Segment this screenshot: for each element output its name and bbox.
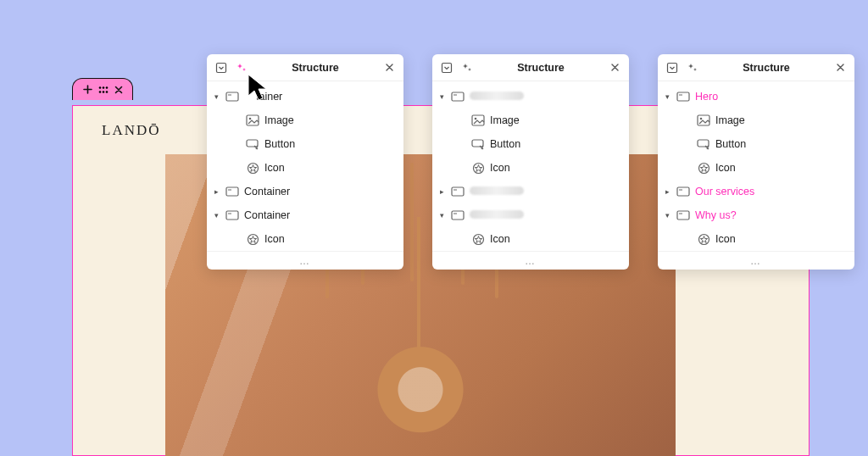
svg-rect-40 xyxy=(679,213,682,214)
chevron-down-icon[interactable]: ▾ xyxy=(212,211,220,220)
tree-row-label: tainer xyxy=(244,91,395,103)
tree-row-label xyxy=(470,91,620,103)
chevron-down-icon[interactable]: ▾ xyxy=(437,211,446,220)
tree-row[interactable]: ▾Container xyxy=(207,203,403,227)
plus-icon[interactable] xyxy=(83,85,92,94)
tree-row-label: Icon xyxy=(715,162,846,174)
container-icon xyxy=(451,209,465,222)
sparkle-icon[interactable] xyxy=(234,60,249,75)
chevron-down-icon[interactable]: ▾ xyxy=(663,92,671,101)
close-icon[interactable] xyxy=(381,60,397,75)
tree-row[interactable]: Icon xyxy=(432,227,629,251)
image-icon xyxy=(246,114,259,127)
container-icon xyxy=(225,185,239,198)
panel-footer-more[interactable]: … xyxy=(207,251,403,270)
structure-tree: ▾ImageButtonIcon▸▾Icon xyxy=(432,81,629,251)
tree-row[interactable]: ▾tainer xyxy=(207,85,403,108)
structure-tree: ▾HeroImageButtonIcon▸Our services▾Why us… xyxy=(658,81,854,251)
svg-rect-37 xyxy=(677,187,689,196)
tree-row-label xyxy=(470,186,620,197)
chevron-right-icon[interactable]: ▸ xyxy=(437,187,446,196)
tree-row[interactable]: ▾Why us? xyxy=(658,203,854,227)
container-icon xyxy=(225,209,239,222)
chevron-down-icon[interactable]: ▾ xyxy=(663,211,671,220)
tree-row[interactable]: Icon xyxy=(207,156,403,180)
icon-icon xyxy=(697,161,710,175)
tree-row[interactable]: Icon xyxy=(658,227,854,251)
tree-row[interactable]: Button xyxy=(432,132,629,156)
tree-row-label: Our services xyxy=(695,186,846,197)
tree-row-label: Image xyxy=(715,114,846,126)
tree-row[interactable]: ▾ xyxy=(432,85,629,108)
panel-menu-icon[interactable] xyxy=(214,60,229,75)
panel-footer-more[interactable]: … xyxy=(658,251,854,270)
chevron-right-icon[interactable]: ▸ xyxy=(212,187,220,196)
container-icon xyxy=(676,90,690,103)
sparkle-icon[interactable] xyxy=(685,60,700,75)
svg-point-4 xyxy=(102,91,104,93)
sparkle-icon[interactable] xyxy=(459,60,475,75)
chevron-down-icon[interactable]: ▾ xyxy=(437,92,446,101)
tree-row-label: Button xyxy=(490,138,620,150)
svg-rect-39 xyxy=(677,211,689,220)
tree-row[interactable]: Image xyxy=(207,108,403,132)
tree-row-label: Container xyxy=(244,186,395,197)
tree-row-label: Icon xyxy=(490,162,620,174)
tree-row[interactable]: Icon xyxy=(658,156,854,180)
button-icon xyxy=(471,137,485,151)
tree-row[interactable]: Button xyxy=(207,132,403,156)
panel-footer-more[interactable]: … xyxy=(432,251,629,270)
svg-point-34 xyxy=(700,118,703,120)
image-icon xyxy=(697,114,710,127)
chevron-down-icon[interactable]: ▾ xyxy=(212,92,220,101)
tree-row-label: Button xyxy=(715,138,846,150)
icon-icon xyxy=(697,232,710,246)
tree-row[interactable]: Image xyxy=(432,108,629,132)
tree-row-label: Image xyxy=(490,114,620,126)
panel-menu-icon[interactable] xyxy=(439,60,454,75)
tree-row[interactable]: Icon xyxy=(432,156,629,180)
container-icon xyxy=(225,90,239,103)
chevron-right-icon[interactable]: ▸ xyxy=(663,187,671,196)
icon-icon xyxy=(471,232,485,246)
container-icon xyxy=(451,185,465,198)
close-icon[interactable] xyxy=(607,60,622,75)
tree-row[interactable]: ▸Our services xyxy=(658,180,854,203)
svg-rect-8 xyxy=(228,94,231,96)
tree-row-label: Icon xyxy=(264,162,395,174)
close-icon[interactable] xyxy=(114,86,123,94)
svg-rect-15 xyxy=(226,211,238,220)
drag-dots-icon[interactable] xyxy=(98,86,108,94)
svg-rect-31 xyxy=(677,92,689,101)
icon-icon xyxy=(246,232,259,246)
tree-row[interactable]: Button xyxy=(658,132,854,156)
tree-row[interactable]: ▸Container xyxy=(207,180,403,203)
panel-header: Structure xyxy=(432,54,629,81)
button-icon xyxy=(246,137,259,151)
svg-rect-13 xyxy=(226,187,238,196)
tree-row-label: Icon xyxy=(715,233,846,245)
panel-menu-icon[interactable] xyxy=(665,60,680,75)
svg-point-0 xyxy=(98,86,101,89)
tree-row-label: Container xyxy=(244,209,395,221)
tree-row[interactable]: Image xyxy=(658,108,854,132)
tree-row-label xyxy=(470,209,620,221)
tree-row[interactable]: ▾Hero xyxy=(658,85,854,108)
tree-row[interactable]: ▾ xyxy=(432,203,629,227)
svg-rect-27 xyxy=(452,211,464,220)
panel-header: Structure xyxy=(207,54,403,81)
button-icon xyxy=(697,137,710,151)
tree-row[interactable]: ▸ xyxy=(432,180,629,203)
structure-tree: ▾tainerImageButtonIcon▸Container▾Contain… xyxy=(207,81,403,251)
section-tab[interactable] xyxy=(72,78,133,100)
close-icon[interactable] xyxy=(832,60,848,75)
panel-title: Structure xyxy=(254,62,376,74)
tree-row[interactable]: Icon xyxy=(207,227,403,251)
svg-rect-30 xyxy=(668,63,677,72)
tree-row-label: Image xyxy=(264,114,395,126)
structure-panel-3: Structure▾HeroImageButtonIcon▸Our servic… xyxy=(658,54,854,270)
tree-row-label: Why us? xyxy=(695,209,846,221)
svg-rect-6 xyxy=(217,63,226,72)
image-icon xyxy=(471,114,485,127)
icon-icon xyxy=(471,161,485,175)
